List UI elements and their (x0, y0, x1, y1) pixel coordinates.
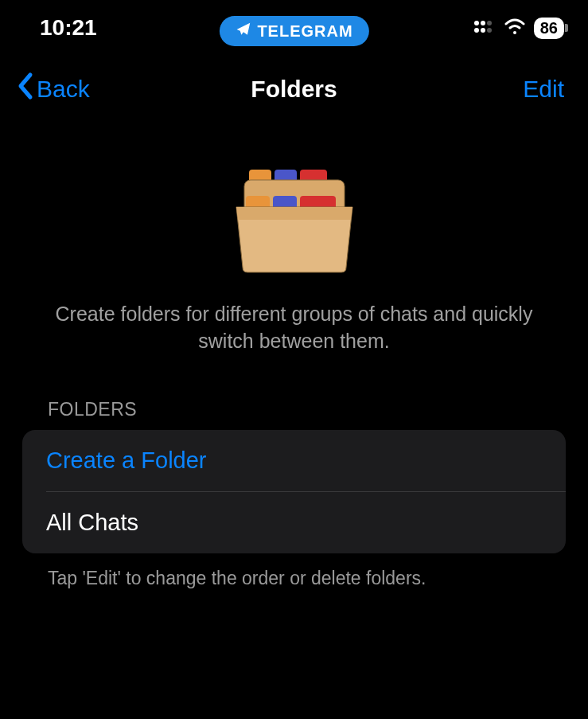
svg-point-5 (487, 28, 492, 33)
folder-illustration (0, 150, 588, 277)
svg-point-0 (474, 21, 479, 25)
cellular-signal-icon (473, 18, 496, 37)
create-folder-button[interactable]: Create a Folder (22, 430, 566, 491)
edit-button[interactable]: Edit (523, 76, 564, 103)
back-button[interactable]: Back (16, 72, 90, 106)
description-text: Create folders for different groups of c… (0, 301, 588, 355)
folders-list: Create a Folder All Chats (22, 430, 566, 553)
status-center-pill[interactable]: TELEGRAM (219, 16, 368, 46)
status-right: 86 (473, 18, 564, 39)
back-label: Back (37, 76, 90, 103)
svg-point-1 (481, 21, 485, 25)
chevron-left-icon (16, 72, 35, 106)
status-bar: 10:21 TELEGRAM (0, 0, 588, 48)
status-time: 10:21 (40, 15, 97, 41)
battery-indicator: 86 (534, 18, 564, 39)
page-title: Folders (251, 76, 337, 103)
section-footer-text: Tap 'Edit' to change the order or delete… (0, 553, 588, 589)
svg-point-2 (487, 21, 492, 25)
navigation-bar: Back Folders Edit (0, 48, 588, 130)
folder-icon (227, 150, 362, 277)
section-header-folders: FOLDERS (0, 399, 588, 420)
telegram-label: TELEGRAM (257, 22, 352, 41)
wifi-icon (504, 18, 526, 38)
telegram-icon (235, 21, 251, 41)
svg-point-4 (481, 28, 485, 33)
all-chats-item[interactable]: All Chats (22, 492, 566, 553)
svg-point-3 (474, 28, 479, 33)
battery-level: 86 (540, 19, 558, 37)
